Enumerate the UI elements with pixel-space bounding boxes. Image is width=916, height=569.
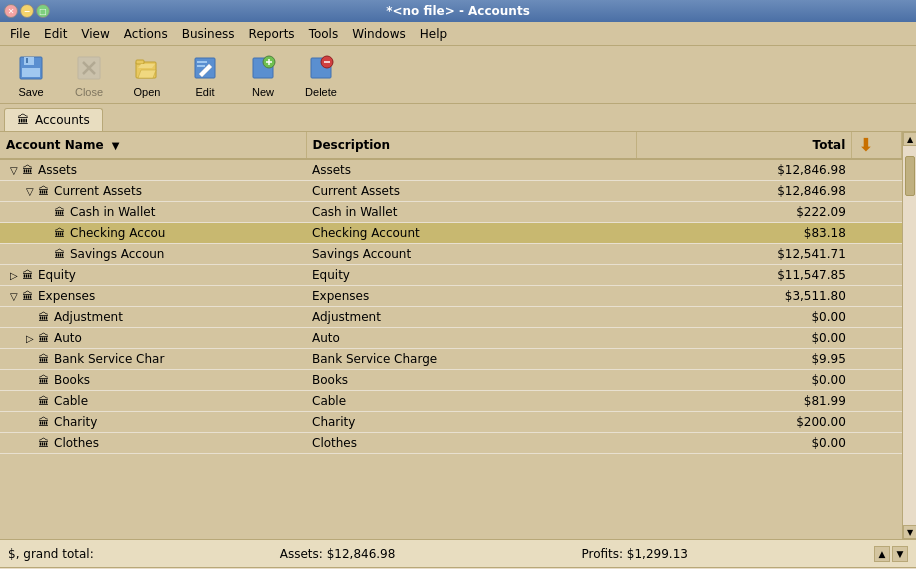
open-icon — [131, 52, 163, 84]
col-header-name[interactable]: Account Name ▼ — [0, 132, 306, 159]
accounts-table: Account Name ▼ Description Total ⬇ ▽🏛Ass… — [0, 132, 902, 454]
menu-tools[interactable]: Tools — [303, 25, 345, 43]
scroll-thumb[interactable] — [905, 156, 915, 196]
account-icon: 🏛 — [38, 311, 54, 324]
right-scrollbar: ▲ ▼ — [902, 132, 916, 539]
account-name: Auto — [54, 331, 82, 345]
table-row[interactable]: 🏛Savings AccounSavings Account$12,541.71 — [0, 244, 902, 265]
expand-placeholder — [26, 438, 38, 449]
account-name: Assets — [38, 163, 77, 177]
cell-description: Cash in Wallet — [306, 202, 637, 223]
table-row[interactable]: 🏛CableCable$81.99 — [0, 391, 902, 412]
menu-edit[interactable]: Edit — [38, 25, 73, 43]
cell-description: Books — [306, 370, 637, 391]
account-icon: 🏛 — [38, 332, 54, 345]
table-row[interactable]: ▽🏛ExpensesExpenses$3,511.80 — [0, 286, 902, 307]
cell-name: ▽🏛Expenses — [0, 286, 306, 307]
scroll-down-button[interactable]: ▼ — [903, 525, 916, 539]
close-window-button[interactable]: ✕ — [4, 4, 18, 18]
account-icon: 🏛 — [54, 248, 70, 261]
close-icon — [73, 52, 105, 84]
status-scroll-down[interactable]: ▼ — [892, 546, 908, 562]
account-icon: 🏛 — [38, 353, 54, 366]
expand-icon[interactable]: ▷ — [26, 333, 38, 344]
new-button[interactable]: New — [238, 48, 288, 102]
expand-icon[interactable]: ▽ — [26, 186, 38, 197]
cell-empty — [852, 328, 902, 349]
open-button[interactable]: Open — [122, 48, 172, 102]
menu-actions[interactable]: Actions — [118, 25, 174, 43]
cell-name: ▷🏛Auto — [0, 328, 306, 349]
account-icon: 🏛 — [22, 269, 38, 282]
cell-total: $83.18 — [637, 223, 852, 244]
table-row[interactable]: 🏛Cash in WalletCash in Wallet$222.09 — [0, 202, 902, 223]
cell-empty — [852, 202, 902, 223]
scroll-up-button[interactable]: ▲ — [903, 132, 916, 146]
cell-empty — [852, 181, 902, 202]
account-name: Books — [54, 373, 90, 387]
table-row[interactable]: ▽🏛Current AssetsCurrent Assets$12,846.98 — [0, 181, 902, 202]
account-icon: 🏛 — [38, 416, 54, 429]
status-scroll-up[interactable]: ▲ — [874, 546, 890, 562]
delete-button[interactable]: Delete — [296, 48, 346, 102]
save-button[interactable]: Save — [6, 48, 56, 102]
table-row[interactable]: 🏛CharityCharity$200.00 — [0, 412, 902, 433]
cell-name: ▽🏛Current Assets — [0, 181, 306, 202]
tab-accounts-label: Accounts — [35, 113, 90, 127]
cell-total: $81.99 — [637, 391, 852, 412]
maximize-button[interactable]: □ — [36, 4, 50, 18]
tab-area: 🏛 Accounts — [0, 104, 916, 132]
account-name: Adjustment — [54, 310, 123, 324]
cell-empty — [852, 412, 902, 433]
cell-total: $200.00 — [637, 412, 852, 433]
cell-name: ▷🏛Equity — [0, 265, 306, 286]
menu-business[interactable]: Business — [176, 25, 241, 43]
expand-icon[interactable]: ▽ — [10, 165, 22, 176]
close-button[interactable]: Close — [64, 48, 114, 102]
menu-help[interactable]: Help — [414, 25, 453, 43]
sort-indicator: ▼ — [112, 140, 120, 151]
title-bar: ✕ − □ *<no file> - Accounts — [0, 0, 916, 22]
table-row[interactable]: 🏛AdjustmentAdjustment$0.00 — [0, 307, 902, 328]
cell-empty — [852, 159, 902, 181]
close-label: Close — [75, 86, 103, 98]
cell-description: Checking Account — [306, 223, 637, 244]
account-name: Cable — [54, 394, 88, 408]
expand-placeholder — [26, 417, 38, 428]
expand-icon[interactable]: ▷ — [10, 270, 22, 281]
menu-windows[interactable]: Windows — [346, 25, 412, 43]
table-row[interactable]: 🏛ClothesClothes$0.00 — [0, 433, 902, 454]
edit-button[interactable]: Edit — [180, 48, 230, 102]
cell-name: 🏛Adjustment — [0, 307, 306, 328]
delete-icon — [305, 52, 337, 84]
cell-name: 🏛Bank Service Char — [0, 349, 306, 370]
menu-file[interactable]: File — [4, 25, 36, 43]
expand-placeholder — [26, 354, 38, 365]
table-row[interactable]: ▷🏛AutoAuto$0.00 — [0, 328, 902, 349]
table-row[interactable]: 🏛Checking AccouChecking Account$83.18 — [0, 223, 902, 244]
menu-view[interactable]: View — [75, 25, 115, 43]
menu-reports[interactable]: Reports — [243, 25, 301, 43]
cell-empty — [852, 223, 902, 244]
table-header-row: Account Name ▼ Description Total ⬇ — [0, 132, 902, 159]
col-header-description[interactable]: Description — [306, 132, 637, 159]
expand-placeholder — [26, 396, 38, 407]
cell-total: $12,846.98 — [637, 159, 852, 181]
expand-icon[interactable]: ▽ — [10, 291, 22, 302]
account-name: Cash in Wallet — [70, 205, 155, 219]
table-row[interactable]: 🏛Bank Service CharBank Service Charge$9.… — [0, 349, 902, 370]
table-row[interactable]: 🏛BooksBooks$0.00 — [0, 370, 902, 391]
col-header-total[interactable]: Total — [637, 132, 852, 159]
minimize-button[interactable]: − — [20, 4, 34, 18]
edit-label: Edit — [196, 86, 215, 98]
table-row[interactable]: ▷🏛EquityEquity$11,547.85 — [0, 265, 902, 286]
tab-accounts[interactable]: 🏛 Accounts — [4, 108, 103, 131]
window-controls[interactable]: ✕ − □ — [4, 4, 50, 18]
col-sort-button[interactable]: ⬇ — [852, 132, 902, 159]
account-name: Bank Service Char — [54, 352, 164, 366]
cell-description: Assets — [306, 159, 637, 181]
table-row[interactable]: ▽🏛AssetsAssets$12,846.98 — [0, 159, 902, 181]
cell-name: 🏛Books — [0, 370, 306, 391]
scroll-track[interactable] — [903, 146, 916, 525]
table-container[interactable]: Account Name ▼ Description Total ⬇ ▽🏛Ass… — [0, 132, 902, 539]
